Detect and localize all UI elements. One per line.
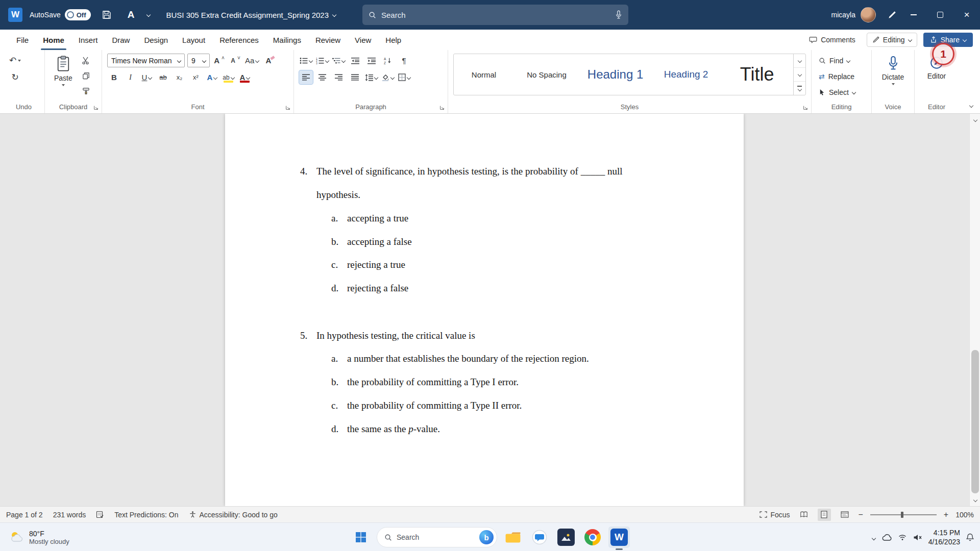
- zoom-out-button[interactable]: −: [859, 510, 863, 519]
- notification-bell-icon[interactable]: [966, 533, 974, 541]
- q4-line-1[interactable]: 4.The level of significance, in hypothes…: [300, 166, 622, 177]
- shrink-font-button[interactable]: A˅: [229, 54, 242, 67]
- copy-button[interactable]: [79, 69, 93, 83]
- tab-draw[interactable]: Draw: [105, 30, 137, 50]
- style-heading-2[interactable]: Heading 2: [651, 54, 721, 95]
- sort-button[interactable]: AZ: [381, 54, 395, 67]
- tab-mailings[interactable]: Mailings: [266, 30, 308, 50]
- ink-pen-button[interactable]: [883, 6, 900, 23]
- focus-mode-button[interactable]: Focus: [760, 511, 790, 519]
- read-mode-button[interactable]: [797, 509, 811, 521]
- tab-file[interactable]: File: [9, 30, 36, 50]
- format-painter-button[interactable]: [79, 84, 93, 98]
- borders-button[interactable]: [397, 70, 411, 84]
- close-button[interactable]: ×: [953, 0, 980, 30]
- find-button[interactable]: Find: [817, 54, 866, 67]
- q4-line-2[interactable]: hypothesis.: [316, 189, 360, 201]
- grow-font-button[interactable]: A˄: [212, 54, 226, 67]
- zoom-in-button[interactable]: +: [944, 510, 948, 519]
- page-indicator[interactable]: Page 1 of 2: [6, 511, 43, 519]
- photos-icon[interactable]: [555, 527, 577, 548]
- print-layout-button[interactable]: [818, 509, 831, 521]
- tray-overflow-button[interactable]: [872, 533, 875, 542]
- vertical-scrollbar[interactable]: [969, 114, 980, 506]
- styles-dialog-launcher[interactable]: [803, 105, 808, 110]
- align-center-button[interactable]: [315, 70, 329, 84]
- subscript-button[interactable]: x₂: [173, 70, 186, 84]
- paragraph-dialog-launcher[interactable]: [439, 105, 445, 110]
- style-heading-1[interactable]: Heading 1: [579, 54, 651, 95]
- tab-references[interactable]: References: [212, 30, 266, 50]
- font-color-button[interactable]: A: [238, 70, 252, 84]
- clipboard-dialog-launcher[interactable]: [93, 105, 99, 110]
- text-predictions-status[interactable]: Text Predictions: On: [114, 511, 178, 519]
- word-app-icon[interactable]: W: [8, 8, 22, 22]
- show-formatting-marks-button[interactable]: ¶: [397, 54, 411, 67]
- quick-access-dropdown-icon[interactable]: [146, 13, 150, 17]
- dictate-button[interactable]: Dictate: [877, 54, 909, 87]
- chat-icon[interactable]: [529, 527, 550, 548]
- tab-home[interactable]: Home: [36, 30, 71, 50]
- redo-button[interactable]: ↻: [8, 70, 22, 84]
- tab-review[interactable]: Review: [308, 30, 348, 50]
- q4-option-a[interactable]: a.accepting a true: [331, 213, 408, 224]
- start-button[interactable]: [350, 527, 372, 548]
- align-right-button[interactable]: [332, 70, 346, 84]
- volume-muted-icon[interactable]: [913, 534, 922, 541]
- q5-line-1[interactable]: 5.In hypothesis testing, the critical va…: [300, 330, 475, 341]
- undo-dropdown-icon[interactable]: [18, 60, 21, 62]
- scrollbar-thumb[interactable]: [971, 350, 979, 493]
- paste-button[interactable]: Paste: [50, 54, 77, 88]
- avatar[interactable]: [861, 7, 876, 22]
- style-normal[interactable]: Normal: [454, 54, 514, 95]
- zoom-level[interactable]: 100%: [955, 511, 974, 519]
- taskbar-search[interactable]: Search b: [377, 527, 497, 547]
- titlebar-search[interactable]: Search: [362, 5, 628, 25]
- cut-button[interactable]: [79, 54, 93, 67]
- line-spacing-button[interactable]: [364, 70, 378, 84]
- bing-icon[interactable]: b: [479, 530, 494, 544]
- minimize-button[interactable]: [900, 0, 927, 30]
- tab-view[interactable]: View: [348, 30, 378, 50]
- underline-button[interactable]: U: [140, 70, 154, 84]
- styles-scroll-down-button[interactable]: [794, 68, 805, 82]
- titlebar-a-button[interactable]: A: [122, 6, 140, 23]
- superscript-button[interactable]: x²: [189, 70, 203, 84]
- q5-option-c[interactable]: c.the probability of committing a Type I…: [331, 400, 522, 411]
- q4-option-c[interactable]: c.rejecting a true: [331, 259, 405, 270]
- multilevel-list-button[interactable]: [332, 54, 346, 67]
- clear-formatting-button[interactable]: A: [261, 54, 275, 67]
- font-dialog-launcher[interactable]: [285, 105, 290, 110]
- voice-search-mic-icon[interactable]: [615, 10, 622, 19]
- autosave-switch[interactable]: Off: [65, 9, 91, 20]
- scroll-up-button[interactable]: [970, 114, 980, 126]
- scroll-down-button[interactable]: [970, 494, 980, 506]
- wifi-icon[interactable]: [898, 534, 907, 541]
- strikethrough-button[interactable]: ab: [156, 70, 170, 84]
- onedrive-cloud-icon[interactable]: [881, 534, 892, 541]
- autosave-toggle[interactable]: AutoSave Off: [30, 9, 91, 20]
- undo-button[interactable]: ↶: [8, 54, 22, 67]
- change-case-button[interactable]: Aa: [245, 54, 259, 67]
- tab-help[interactable]: Help: [378, 30, 408, 50]
- tab-design[interactable]: Design: [137, 30, 175, 50]
- replace-button[interactable]: ⇄ Replace: [817, 69, 866, 83]
- zoom-slider-thumb[interactable]: [901, 512, 903, 518]
- web-layout-button[interactable]: [838, 509, 851, 521]
- dictate-dropdown-icon[interactable]: [892, 83, 895, 85]
- paste-dropdown-icon[interactable]: [62, 84, 65, 86]
- select-button[interactable]: Select: [817, 85, 866, 99]
- editing-mode-dropdown[interactable]: Editing: [867, 33, 917, 47]
- shading-button[interactable]: [381, 70, 395, 84]
- font-size-combo[interactable]: 9: [187, 54, 210, 67]
- styles-scroll-up-button[interactable]: [794, 54, 805, 68]
- document-title[interactable]: BUSI 305 Extra Credit Assignment_Spring …: [166, 11, 336, 19]
- zoom-slider[interactable]: [870, 514, 937, 515]
- tab-layout[interactable]: Layout: [175, 30, 212, 50]
- q4-option-b[interactable]: b.accepting a false: [331, 236, 412, 247]
- word-taskbar-icon[interactable]: W: [608, 527, 630, 548]
- decrease-indent-button[interactable]: [348, 54, 362, 67]
- justify-button[interactable]: [348, 70, 362, 84]
- proofing-status[interactable]: [96, 511, 104, 518]
- align-left-button[interactable]: [299, 70, 313, 84]
